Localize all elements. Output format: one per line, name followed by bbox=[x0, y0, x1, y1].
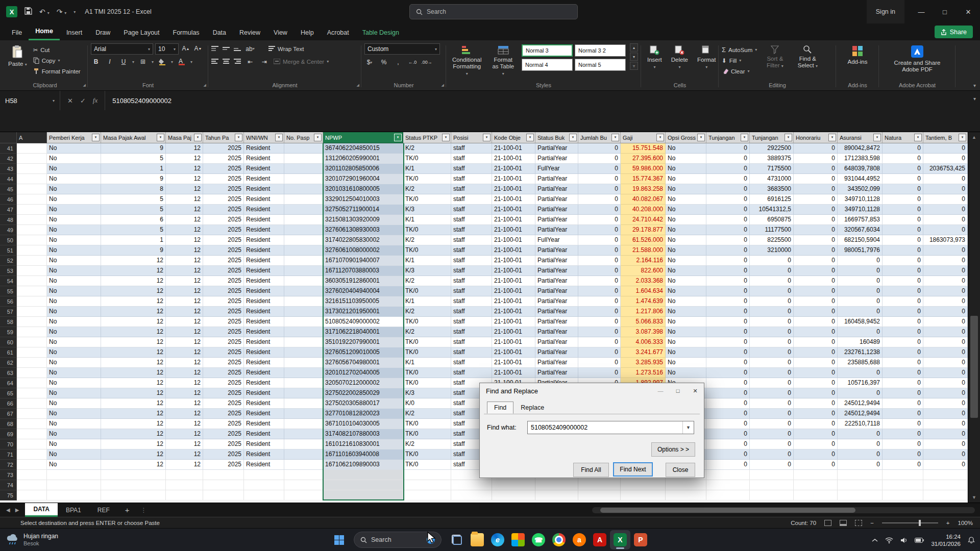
cell[interactable]: 0 bbox=[750, 429, 794, 439]
cell[interactable]: No bbox=[47, 398, 101, 409]
cell[interactable]: No bbox=[47, 307, 101, 317]
cell[interactable]: staff bbox=[451, 266, 492, 276]
row-header-46[interactable]: 46 bbox=[0, 194, 17, 205]
cell[interactable]: 0 bbox=[578, 245, 621, 256]
filter-button-gaji[interactable]: ▾ bbox=[656, 134, 664, 141]
cell[interactable]: 12 bbox=[166, 296, 203, 307]
cell[interactable]: 0 bbox=[794, 347, 838, 358]
cell[interactable]: No bbox=[47, 347, 101, 358]
filter-button-tahun-pa[interactable]: ▾ bbox=[235, 134, 242, 141]
cell[interactable] bbox=[17, 429, 47, 439]
cell[interactable]: No bbox=[47, 439, 101, 449]
cell[interactable]: No bbox=[666, 215, 706, 225]
cell[interactable] bbox=[203, 470, 244, 480]
hidden-icons-chevron-icon[interactable] bbox=[872, 538, 878, 542]
cell[interactable]: staff bbox=[451, 143, 492, 154]
cell[interactable]: 320567,6034 bbox=[838, 225, 883, 235]
cell[interactable] bbox=[17, 368, 47, 378]
cell[interactable]: 0 bbox=[923, 439, 968, 449]
cell[interactable]: 0 bbox=[883, 194, 923, 205]
cell[interactable] bbox=[17, 409, 47, 419]
cell[interactable]: 1671101603940008 bbox=[323, 449, 403, 460]
cell[interactable] bbox=[284, 460, 323, 470]
cell[interactable]: 0 bbox=[794, 439, 838, 449]
cell[interactable]: 0 bbox=[750, 337, 794, 347]
cell[interactable]: Resident bbox=[244, 225, 284, 235]
cell[interactable]: TK/0 bbox=[403, 337, 451, 347]
cell[interactable] bbox=[666, 490, 706, 500]
cell[interactable]: 0 bbox=[706, 378, 750, 388]
cell[interactable]: 12 bbox=[166, 368, 203, 378]
cell[interactable]: Resident bbox=[244, 256, 284, 266]
cell[interactable]: 0 bbox=[883, 378, 923, 388]
cell[interactable]: PartialYear bbox=[535, 337, 578, 347]
cell[interactable]: 2025 bbox=[203, 317, 244, 327]
dialog-tab-find[interactable]: Find bbox=[487, 402, 513, 414]
cell[interactable]: 3173021201950001 bbox=[323, 307, 403, 317]
styles-gallery-more-button[interactable]: ▿ bbox=[630, 62, 638, 70]
cell[interactable] bbox=[17, 347, 47, 358]
cell[interactable]: K/2 bbox=[403, 276, 451, 286]
cell[interactable]: 0 bbox=[794, 409, 838, 419]
cell[interactable]: 931044,4952 bbox=[838, 174, 883, 184]
find-what-dropdown-icon[interactable]: ▼ bbox=[682, 421, 694, 434]
cell[interactable]: 3510192207990001 bbox=[323, 337, 403, 347]
align-right-icon[interactable] bbox=[234, 59, 241, 65]
cell[interactable]: 0 bbox=[578, 235, 621, 245]
cell[interactable]: 12 bbox=[101, 388, 166, 398]
insert-function-icon[interactable]: fx bbox=[93, 96, 97, 105]
row-header-58[interactable]: 58 bbox=[0, 317, 17, 327]
cell[interactable]: 2025 bbox=[203, 368, 244, 378]
cell[interactable]: 0 bbox=[578, 286, 621, 296]
cell[interactable]: 2025 bbox=[203, 256, 244, 266]
cell[interactable]: 1.273.516 bbox=[621, 368, 666, 378]
cell[interactable]: 1671062109890003 bbox=[323, 460, 403, 470]
cell[interactable]: 7175500 bbox=[750, 164, 794, 174]
align-top-icon[interactable] bbox=[211, 46, 218, 52]
cell[interactable] bbox=[706, 490, 750, 500]
cell[interactable]: 21-100-01 bbox=[492, 174, 535, 184]
zoom-slider-knob[interactable] bbox=[919, 520, 921, 526]
cell[interactable]: 12 bbox=[166, 143, 203, 154]
column-header-tahun-pa[interactable]: Tahun Pa▾ bbox=[203, 132, 244, 143]
cell[interactable]: 1863073,973 bbox=[923, 235, 968, 245]
scroll-up-icon[interactable]: ▲ bbox=[968, 132, 980, 142]
cell[interactable]: staff bbox=[451, 368, 492, 378]
cell[interactable]: 0 bbox=[923, 449, 968, 460]
cell[interactable]: 0 bbox=[706, 266, 750, 276]
cell[interactable] bbox=[17, 337, 47, 347]
cell[interactable]: No bbox=[666, 317, 706, 327]
cell[interactable]: K/1 bbox=[403, 296, 451, 307]
cell[interactable]: 21-100-01 bbox=[492, 368, 535, 378]
cell[interactable]: 0 bbox=[794, 378, 838, 388]
cell[interactable]: 3201072901960004 bbox=[323, 174, 403, 184]
cell[interactable]: 0 bbox=[923, 378, 968, 388]
cell[interactable] bbox=[666, 480, 706, 490]
cell[interactable] bbox=[284, 164, 323, 174]
row-header-63[interactable]: 63 bbox=[0, 368, 17, 378]
cell[interactable]: TK/0 bbox=[403, 194, 451, 205]
style-normal-3-2[interactable]: Normal 3 2 bbox=[575, 44, 626, 57]
cell[interactable] bbox=[838, 470, 883, 480]
cell[interactable]: 0 bbox=[706, 409, 750, 419]
styles-gallery-up-button[interactable]: ▴ bbox=[630, 43, 638, 52]
vertical-scrollbar[interactable]: ▲ ▼ bbox=[968, 132, 980, 503]
cell[interactable]: 0 bbox=[923, 317, 968, 327]
number-dialog-launcher[interactable]: ◢ bbox=[442, 83, 444, 87]
cell[interactable]: 3201102805850006 bbox=[323, 164, 403, 174]
cell[interactable]: 9 bbox=[101, 143, 166, 154]
cell[interactable]: PartialYear bbox=[535, 368, 578, 378]
cell[interactable]: 3329012504010003 bbox=[323, 194, 403, 205]
cell[interactable] bbox=[17, 449, 47, 460]
cell[interactable]: 59.986.000 bbox=[621, 164, 666, 174]
row-header-71[interactable]: 71 bbox=[0, 449, 17, 460]
row-header-70[interactable]: 70 bbox=[0, 439, 17, 449]
cell[interactable]: 0 bbox=[706, 296, 750, 307]
cell[interactable]: 0 bbox=[578, 215, 621, 225]
title-search-box[interactable]: Search bbox=[409, 4, 578, 19]
cell[interactable]: 0 bbox=[794, 235, 838, 245]
cell[interactable]: PartialYear bbox=[535, 256, 578, 266]
ribbon-tab-review[interactable]: Review bbox=[233, 26, 267, 40]
cell[interactable]: TK/0 bbox=[403, 429, 451, 439]
cell[interactable]: 0 bbox=[750, 296, 794, 307]
